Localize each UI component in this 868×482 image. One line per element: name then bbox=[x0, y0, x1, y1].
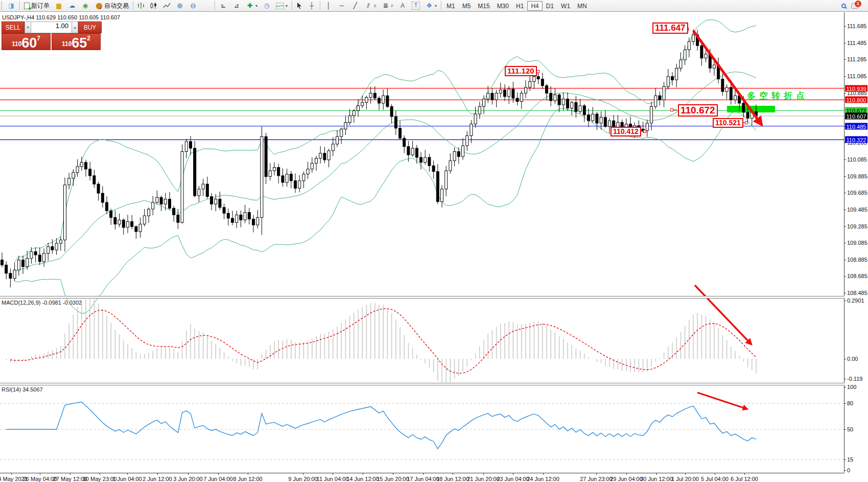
arrow-styles-icon[interactable]: ✥▾ bbox=[423, 1, 439, 11]
price-callout-label[interactable]: 110.521 bbox=[713, 118, 743, 128]
time-tick-label: 21 Jun 20:00 bbox=[467, 476, 500, 482]
price-tick: 109.085 bbox=[847, 240, 867, 246]
signals-icon[interactable]: ◉ bbox=[79, 1, 92, 11]
time-tick-label: 30 May 23:00 bbox=[83, 476, 117, 482]
timeframe-w1[interactable]: W1 bbox=[557, 1, 574, 11]
indicator-tick: 50 bbox=[847, 426, 853, 432]
indicator-tick: -0.119 bbox=[847, 376, 862, 382]
cursor-icon[interactable] bbox=[294, 1, 305, 11]
time-tick-label: 9 Jun 20:00 bbox=[288, 476, 318, 482]
timeframe-m15[interactable]: M15 bbox=[474, 1, 493, 11]
price-tick: 111.285 bbox=[847, 56, 866, 62]
indicator-tick: 80 bbox=[847, 400, 853, 406]
indicator-tick: 100 bbox=[847, 384, 856, 390]
time-tick-label: 23 Jun 04:00 bbox=[497, 476, 529, 482]
buy-price-button[interactable]: 110 65 2 bbox=[52, 33, 101, 50]
time-tick-label: 26 May 04:00 bbox=[23, 476, 57, 482]
profile-icon[interactable]: ◨ bbox=[5, 1, 18, 11]
price-tick: 111.485 bbox=[847, 40, 866, 46]
time-tick-label: 24 Jun 12:00 bbox=[527, 476, 559, 482]
price-tick: 109.285 bbox=[847, 223, 867, 229]
tile-windows-icon[interactable] bbox=[200, 1, 213, 11]
time-tick-label: 1 Jun 04:00 bbox=[112, 476, 142, 482]
autotrading-icon: ⬤● bbox=[95, 2, 103, 10]
community-icon[interactable]: ☁ bbox=[65, 1, 79, 11]
equidistant-channel-icon[interactable]: ⫽E bbox=[362, 1, 379, 11]
price-callout-label[interactable]: 110.412 bbox=[611, 127, 641, 136]
time-tick-label: 14 Jun 12:00 bbox=[346, 476, 379, 482]
indicator-tick: 0.2901 bbox=[847, 297, 864, 304]
line-chart-icon[interactable] bbox=[160, 1, 173, 11]
macd-panel-separator[interactable] bbox=[0, 296, 844, 299]
timeframe-h1[interactable]: H1 bbox=[512, 1, 527, 11]
add-object-icon[interactable]: ✚▾ bbox=[243, 1, 260, 11]
price-tick: 110.085 bbox=[847, 156, 867, 163]
new-order-label: 新订单 bbox=[31, 2, 50, 10]
time-axis[interactable]: 24 May 202126 May 04:0027 May 12:0030 Ma… bbox=[0, 473, 844, 482]
time-tick-label: 11 Jun 04:00 bbox=[317, 476, 349, 482]
price-badge: 110.800 bbox=[845, 97, 867, 103]
rsi-panel-separator[interactable] bbox=[0, 383, 844, 385]
price-badge: 110.322 bbox=[845, 136, 867, 143]
vertical-line-icon[interactable]: │ bbox=[322, 1, 335, 11]
timeframe-m1[interactable]: M1 bbox=[443, 1, 459, 11]
templates-icon[interactable]: ▾ bbox=[273, 1, 290, 11]
chart-back-icon[interactable]: ⊿ bbox=[230, 1, 243, 11]
crosshair-icon[interactable]: ┼ bbox=[305, 1, 318, 11]
timeframe-d1[interactable]: D1 bbox=[543, 1, 557, 11]
autotrading-label: 自动交易 bbox=[104, 2, 129, 10]
price-badge: 110.485 bbox=[845, 123, 867, 130]
price-tick: 111.085 bbox=[847, 73, 866, 79]
text-label-icon[interactable]: T bbox=[409, 1, 423, 11]
price-callout-label[interactable]: 111.647 bbox=[652, 22, 688, 34]
metals-icon[interactable]: ▆ bbox=[52, 1, 65, 11]
search-icon[interactable] bbox=[839, 1, 849, 11]
time-tick-label: 15 Jun 20:00 bbox=[377, 476, 409, 482]
fibonacci-icon[interactable]: ≣F bbox=[379, 1, 396, 11]
price-badge: 110.607 bbox=[845, 113, 867, 120]
sell-button[interactable]: SELL bbox=[2, 21, 25, 33]
autotrading-button[interactable]: ⬤● 自动交易 bbox=[92, 1, 131, 11]
turning-point-annotation[interactable]: 多空转折点 bbox=[747, 90, 808, 102]
new-order-button[interactable]: 新订单 bbox=[21, 1, 52, 11]
rsi-indicator-label: RSI(14) 34.5067 bbox=[2, 386, 43, 393]
toolbar: ◨ 新订单 ▆ ☁ ◉ ⬤● 自动交易 ⊕ ⊖ ⊾ ⊿ ✚▾ ◷ ▾ ┼ │ ─… bbox=[0, 0, 868, 12]
candlestick-plot[interactable] bbox=[0, 12, 868, 482]
zoom-out-icon[interactable]: ⊖ bbox=[186, 1, 200, 11]
indicator-tick: 0 bbox=[847, 467, 850, 473]
time-tick-label: 3 Jun 20:00 bbox=[173, 476, 203, 482]
lot-increase-button[interactable]: ▲ bbox=[72, 21, 78, 33]
price-tick: 109.885 bbox=[847, 173, 867, 179]
symbol-info-line: USDJPY-,H4 110.629 110.650 110.605 110.6… bbox=[2, 14, 120, 20]
indicator-tick: 15 bbox=[847, 456, 853, 463]
lot-decrease-button[interactable]: ▼ bbox=[25, 21, 31, 33]
time-tick-label: 6 Jul 12:00 bbox=[731, 476, 758, 482]
text-icon[interactable]: A bbox=[396, 1, 409, 11]
time-tick-label: 7 Jun 04:00 bbox=[203, 476, 233, 482]
buy-button[interactable]: BUY bbox=[78, 21, 102, 33]
lot-size-input[interactable]: 1.00 bbox=[31, 21, 72, 33]
horizontal-line-icon[interactable]: ─ bbox=[335, 1, 348, 11]
price-callout-label[interactable]: 110.672 bbox=[678, 104, 718, 117]
time-tick-label: 1 Jul 20:00 bbox=[671, 476, 699, 482]
timeframe-m5[interactable]: M5 bbox=[459, 1, 475, 11]
chart-forward-icon[interactable]: ⊾ bbox=[217, 1, 230, 11]
time-tick-label: 27 Jun 23:00 bbox=[580, 476, 613, 482]
timeframe-mn[interactable]: MN bbox=[574, 1, 591, 11]
chart-workspace: USDJPY-,H4 110.629 110.650 110.605 110.6… bbox=[0, 12, 868, 482]
chat-icon[interactable]: 1 bbox=[849, 1, 861, 11]
trendline-icon[interactable]: ╱ bbox=[348, 1, 362, 11]
timeframe-m30[interactable]: M30 bbox=[494, 1, 512, 11]
bar-chart-icon[interactable] bbox=[135, 1, 148, 11]
clock-icon[interactable]: ◷ bbox=[260, 1, 273, 11]
sell-price-button[interactable]: 110 60 7 bbox=[2, 33, 51, 50]
price-callout-label[interactable]: 111.120 bbox=[505, 66, 537, 76]
notification-badge: 1 bbox=[855, 1, 861, 7]
zoom-in-icon[interactable]: ⊕ bbox=[173, 1, 186, 11]
candlestick-chart-icon[interactable] bbox=[148, 1, 160, 11]
time-tick-label: 5 Jul 04:00 bbox=[701, 476, 729, 482]
price-tick: 109.485 bbox=[847, 206, 867, 213]
indicator-tick: 0.00 bbox=[847, 356, 858, 362]
timeframe-buttons: M1M5M15M30H1H4D1W1MN bbox=[443, 1, 591, 11]
timeframe-h4[interactable]: H4 bbox=[527, 1, 542, 11]
